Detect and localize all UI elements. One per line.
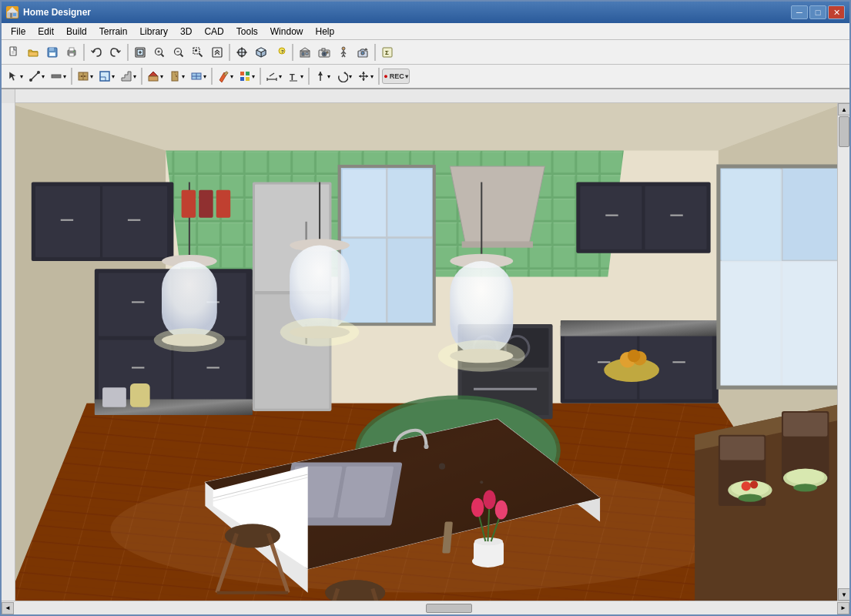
record-button[interactable]: ● REC ▾: [382, 69, 410, 84]
svg-marker-44: [300, 48, 310, 51]
material-button[interactable]: ▾: [236, 67, 257, 85]
open-button[interactable]: [24, 43, 42, 62]
separator-2: [127, 44, 129, 61]
svg-marker-34: [241, 55, 243, 57]
separator-t2-4: [260, 68, 261, 85]
save-button[interactable]: [43, 43, 62, 62]
svg-rect-134: [102, 186, 167, 257]
window-tool-button[interactable]: ▾: [188, 67, 209, 85]
scroll-track[interactable]: [838, 116, 849, 588]
window-tool-group: ▾: [188, 67, 209, 85]
menu-3d[interactable]: 3D: [174, 25, 198, 38]
3d-view-button[interactable]: [252, 43, 270, 62]
svg-rect-123: [99, 273, 171, 336]
zoom-in-button[interactable]: [150, 43, 169, 62]
roof-button[interactable]: ▾: [145, 67, 166, 85]
svg-marker-103: [362, 79, 365, 81]
symbol-button[interactable]: Σ: [378, 43, 397, 62]
door-button[interactable]: ▾: [166, 67, 187, 85]
horizontal-scrollbar[interactable]: ◄ ►: [2, 601, 849, 614]
menu-tools[interactable]: Tools: [230, 25, 264, 38]
zoom-out-button[interactable]: [169, 43, 188, 62]
window-controls: ─ □ ✕: [791, 5, 845, 19]
scroll-left-button[interactable]: ◄: [2, 602, 14, 614]
roof-tool-group: ▾: [145, 67, 166, 85]
separator-t2-1: [71, 68, 72, 85]
svg-marker-33: [241, 48, 243, 49]
svg-line-57: [343, 55, 345, 57]
arrow-tool-group: ▾: [312, 67, 333, 85]
svg-rect-147: [343, 169, 386, 236]
cabinet-button[interactable]: ▾: [75, 67, 95, 85]
move-button[interactable]: ▾: [355, 67, 376, 85]
door-tool-group: ▾: [166, 67, 187, 85]
scroll-down-button[interactable]: ▼: [838, 588, 849, 601]
pan-button[interactable]: [233, 43, 251, 62]
rotate-button[interactable]: ▾: [333, 67, 354, 85]
maximize-button[interactable]: □: [809, 5, 826, 19]
svg-rect-164: [561, 320, 719, 336]
undo-button[interactable]: [87, 43, 106, 62]
draw-wall-button[interactable]: ▾: [48, 67, 69, 85]
svg-marker-79: [149, 72, 158, 76]
walk-button[interactable]: [334, 43, 353, 62]
zoom-fit-button[interactable]: [131, 43, 149, 62]
menu-cad[interactable]: CAD: [198, 25, 230, 38]
camera-button[interactable]: [315, 43, 333, 62]
svg-point-210: [438, 340, 525, 372]
svg-rect-88: [246, 72, 250, 75]
svg-rect-45: [302, 52, 304, 55]
print-button[interactable]: [62, 43, 81, 62]
room-button[interactable]: ▾: [96, 67, 117, 85]
ruler-area: [2, 89, 849, 103]
svg-rect-251: [182, 190, 196, 218]
help-pointer-button[interactable]: ?: [271, 43, 290, 62]
scroll-right-button[interactable]: ►: [837, 602, 849, 614]
svg-rect-174: [722, 169, 782, 261]
dolly-button[interactable]: [353, 43, 372, 62]
draw-line-button[interactable]: ▾: [26, 67, 47, 85]
h-scroll-track[interactable]: [14, 603, 837, 614]
stairs-button[interactable]: ▾: [118, 67, 139, 85]
redo-button[interactable]: [106, 43, 125, 62]
svg-point-52: [342, 47, 345, 50]
menu-window[interactable]: Window: [264, 25, 310, 38]
close-button[interactable]: ✕: [828, 5, 845, 19]
zoom-box-button[interactable]: [189, 43, 207, 62]
text-button[interactable]: T ▾: [285, 67, 306, 85]
menu-help[interactable]: Help: [309, 25, 340, 38]
paint-button[interactable]: ▾: [215, 67, 236, 85]
menu-edit[interactable]: Edit: [32, 25, 60, 38]
menu-build[interactable]: Build: [60, 25, 93, 38]
canvas-area[interactable]: [15, 103, 837, 601]
scroll-thumb[interactable]: [839, 116, 849, 147]
svg-rect-13: [69, 53, 74, 56]
arrow-button[interactable]: ▾: [312, 67, 333, 85]
svg-rect-166: [580, 186, 642, 249]
menu-file[interactable]: File: [5, 25, 32, 38]
select-tool-group: ▾: [5, 67, 25, 85]
scroll-up-button[interactable]: ▲: [838, 103, 849, 116]
main-window: Home Designer ─ □ ✕ File Edit Build Terr…: [0, 0, 851, 616]
svg-marker-105: [366, 75, 368, 78]
separator-t2-3: [211, 68, 213, 85]
svg-point-218: [471, 498, 484, 517]
floor-plan-button[interactable]: [296, 43, 314, 62]
svg-rect-4: [10, 47, 16, 55]
svg-point-225: [225, 524, 280, 548]
select-button[interactable]: ▾: [5, 67, 25, 85]
menu-library[interactable]: Library: [133, 25, 174, 38]
minimize-button[interactable]: ─: [791, 5, 808, 19]
new-button[interactable]: [5, 43, 23, 62]
vertical-scrollbar[interactable]: ▲ ▼: [837, 103, 849, 601]
dimension-button[interactable]: ▾: [263, 67, 284, 85]
title-bar: Home Designer ─ □ ✕: [2, 2, 849, 23]
svg-line-25: [181, 54, 183, 56]
svg-point-200: [154, 328, 225, 352]
h-scroll-thumb[interactable]: [426, 604, 472, 613]
menu-bar: File Edit Build Terrain Library 3D CAD T…: [2, 23, 849, 40]
svg-rect-234: [720, 437, 764, 460]
zoom-all-button[interactable]: [208, 43, 226, 62]
svg-line-67: [31, 72, 39, 80]
menu-terrain[interactable]: Terrain: [93, 25, 134, 38]
